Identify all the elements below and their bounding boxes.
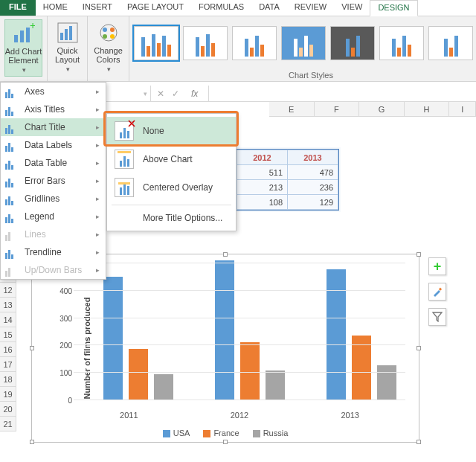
row-header[interactable]: 15 xyxy=(0,327,16,342)
chart-style-5[interactable] xyxy=(330,26,375,60)
chart-style-3[interactable] xyxy=(232,26,277,60)
tab-home[interactable]: HOME xyxy=(36,0,75,16)
row-header[interactable]: 21 xyxy=(0,417,16,431)
add-chart-element-menu: Axes▸ Axis Titles▸ Chart Title▸ Data Lab… xyxy=(0,82,106,280)
submenu-above-chart[interactable]: Above Chart xyxy=(107,145,236,173)
bar-France-2011 xyxy=(129,349,148,400)
change-colors-button[interactable]: Change Colors xyxy=(92,19,124,75)
chart-styles-button[interactable] xyxy=(428,283,446,301)
svg-rect-0 xyxy=(14,35,18,42)
row-header[interactable]: 20 xyxy=(0,402,16,417)
menu-lines: Lines▸ xyxy=(1,225,106,243)
bar-Russia-2011 xyxy=(154,374,173,400)
chart-style-2[interactable] xyxy=(183,26,228,60)
tab-data[interactable]: DATA xyxy=(251,0,287,16)
legend-item-France: France xyxy=(203,429,239,437)
bar-Russia-2012 xyxy=(266,370,285,400)
none-icon xyxy=(115,121,134,141)
svg-point-8 xyxy=(100,25,117,41)
chart-styles-label: Chart Styles xyxy=(134,71,476,80)
ribbon-tab-bar: FILE HOME INSERT PAGE LAYOUT FORMULAS DA… xyxy=(0,0,476,16)
bar-USA-2011 xyxy=(103,277,123,400)
legend-item-USA: USA xyxy=(163,429,190,437)
submenu-none[interactable]: None xyxy=(107,117,236,145)
quick-layout-icon xyxy=(56,21,80,45)
col-header[interactable]: F xyxy=(315,102,360,117)
above-chart-icon xyxy=(115,150,134,169)
legend-item-Russia: Russia xyxy=(253,429,289,437)
row-header[interactable]: 19 xyxy=(0,387,16,402)
menu-axis-titles[interactable]: Axis Titles▸ xyxy=(1,100,106,118)
add-chart-element-icon: + xyxy=(12,22,36,45)
menu-error-bars[interactable]: Error Bars▸ xyxy=(1,172,106,190)
tab-design[interactable]: DESIGN xyxy=(370,0,417,16)
centered-overlay-icon xyxy=(115,178,134,197)
ribbon: + Add Chart Element Quick Layout Change … xyxy=(0,16,476,82)
add-chart-element-button[interactable]: + Add Chart Element xyxy=(4,19,42,77)
chart-style-7[interactable] xyxy=(428,26,473,60)
x-tick-label: 2011 xyxy=(120,411,138,420)
chart-style-1[interactable] xyxy=(134,26,178,60)
submenu-more-options[interactable]: More Title Options... xyxy=(107,208,236,228)
chart-style-4[interactable] xyxy=(281,26,326,60)
svg-text:+: + xyxy=(30,23,35,31)
svg-point-11 xyxy=(103,34,107,39)
tab-page-layout[interactable]: PAGE LAYOUT xyxy=(120,0,191,16)
bar-Russia-2013 xyxy=(377,365,396,400)
tab-file[interactable]: FILE xyxy=(0,0,36,16)
menu-chart-title[interactable]: Chart Title▸ xyxy=(1,118,106,136)
row-header[interactable]: 14 xyxy=(0,312,16,327)
plot-area xyxy=(74,265,405,400)
tab-formulas[interactable]: FORMULAS xyxy=(191,0,251,16)
tab-view[interactable]: VIEW xyxy=(334,0,370,16)
menu-data-table[interactable]: Data Table▸ xyxy=(1,154,106,172)
bar-France-2012 xyxy=(240,342,260,400)
svg-rect-1 xyxy=(20,31,24,42)
quick-layout-button[interactable]: Quick Layout xyxy=(52,19,83,75)
name-box[interactable]: ▾ xyxy=(106,86,151,101)
chart-filter-button[interactable] xyxy=(428,308,446,326)
data-selection[interactable]: 20122013 511478 213236 108129 xyxy=(236,149,339,211)
col-header[interactable]: H xyxy=(405,102,450,117)
row-header[interactable]: 18 xyxy=(0,372,16,387)
add-chart-element-label: Add Chart Element xyxy=(5,47,42,65)
col-header[interactable]: E xyxy=(269,102,315,117)
chart-elements-button[interactable]: + xyxy=(428,257,446,275)
svg-point-12 xyxy=(110,34,115,39)
row-header[interactable]: 16 xyxy=(0,342,16,357)
x-tick-label: 2013 xyxy=(341,411,358,420)
row-header[interactable]: 13 xyxy=(0,298,16,312)
menu-trendline[interactable]: Trendline▸ xyxy=(1,243,106,261)
tab-insert[interactable]: INSERT xyxy=(75,0,120,16)
chart-title-submenu: None Above Chart Centered Overlay More T… xyxy=(106,113,237,231)
menu-gridlines[interactable]: Gridlines▸ xyxy=(1,190,106,208)
chart-side-buttons: + xyxy=(428,257,446,326)
change-colors-icon xyxy=(97,21,120,45)
fx-icon[interactable]: fx xyxy=(187,89,202,99)
chart-legend: USAFranceRussia xyxy=(32,429,419,437)
embedded-chart[interactable]: Number of films produced 010020030040050… xyxy=(31,254,419,443)
col-header[interactable]: I xyxy=(449,102,476,117)
row-header[interactable]: 12 xyxy=(0,283,16,298)
row-header[interactable]: 17 xyxy=(0,357,16,372)
svg-rect-15 xyxy=(439,288,442,291)
submenu-centered-overlay[interactable]: Centered Overlay xyxy=(107,173,236,202)
x-tick-label: 2012 xyxy=(231,411,248,420)
formula-bar: ▾ ✕✓fx xyxy=(106,86,476,102)
menu-legend[interactable]: Legend▸ xyxy=(1,208,106,225)
chart-style-6[interactable] xyxy=(379,26,424,60)
bar-USA-2012 xyxy=(215,260,234,400)
svg-rect-6 xyxy=(65,29,68,40)
col-header[interactable]: G xyxy=(359,102,405,117)
svg-rect-7 xyxy=(69,26,72,40)
bar-USA-2013 xyxy=(327,269,346,400)
tab-review[interactable]: REVIEW xyxy=(287,0,334,16)
quick-layout-label: Quick Layout xyxy=(55,46,80,64)
menu-axes[interactable]: Axes▸ xyxy=(1,83,106,100)
change-colors-label: Change Colors xyxy=(94,46,123,64)
cancel-icon: ✕ xyxy=(157,89,164,99)
chart-styles-gallery[interactable]: ▴▾ xyxy=(134,19,476,64)
svg-point-9 xyxy=(103,28,107,32)
enter-icon: ✓ xyxy=(172,89,179,99)
menu-data-labels[interactable]: Data Labels▸ xyxy=(1,136,106,154)
